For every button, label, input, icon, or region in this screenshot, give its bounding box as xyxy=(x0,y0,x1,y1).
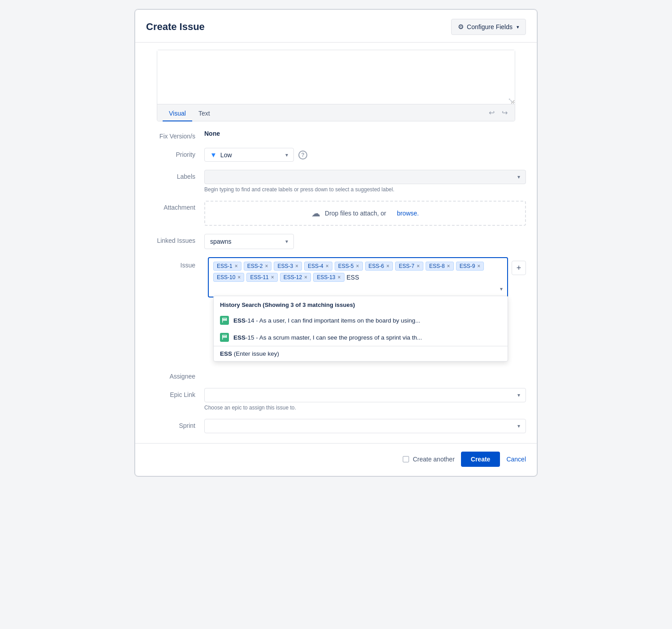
labels-label: Labels xyxy=(146,170,204,180)
attachment-browse-link[interactable]: browse. xyxy=(397,210,419,217)
priority-control: ▼ Low ▾ ? xyxy=(204,148,526,162)
issue-row-section: Issue ESS-1 ×ESS-2 ×ESS-3 ×ESS-4 ×ESS-5 … xyxy=(135,257,537,362)
issue-tag-remove[interactable]: × xyxy=(265,263,268,269)
dialog-header: Create Issue ⚙ Configure Fields ▾ xyxy=(135,10,537,43)
issue-tag-remove[interactable]: × xyxy=(447,263,450,269)
issue-tag-remove[interactable]: × xyxy=(417,263,420,269)
issues-dropdown: History Search (Showing 3 of 3 matching … xyxy=(213,296,508,362)
issue-tag-remove[interactable]: × xyxy=(237,274,241,280)
redo-button[interactable]: ↪ xyxy=(500,108,509,118)
issue-tag: ESS-6 × xyxy=(365,262,393,271)
editor-tab-actions: ↩ ↪ xyxy=(487,108,509,121)
fix-versions-label: Fix Version/s xyxy=(146,129,204,140)
epic-link-label: Epic Link xyxy=(146,388,204,398)
sprint-label: Sprint xyxy=(146,419,204,429)
dialog-footer: Create another Create Cancel xyxy=(135,443,537,476)
priority-chevron-icon: ▾ xyxy=(285,152,288,158)
editor-area: ⤡ Visual Text ↩ ↪ xyxy=(157,50,515,121)
gear-icon: ⚙ xyxy=(458,23,464,31)
labels-control: ▾ Begin typing to find and create labels… xyxy=(204,170,526,193)
priority-icon: ▼ xyxy=(210,151,217,159)
assignee-label: Assignee xyxy=(146,370,204,380)
issue-plus-button[interactable]: + xyxy=(512,261,526,275)
issue-tag-remove[interactable]: × xyxy=(386,263,389,269)
dropdown-item-enter-key[interactable]: ESS (Enter issue key) xyxy=(214,346,508,361)
cancel-button[interactable]: Cancel xyxy=(506,456,526,463)
epic-link-control: ▾ Choose an epic to assign this issue to… xyxy=(204,388,526,411)
editor-content[interactable]: ⤡ xyxy=(157,50,515,104)
tab-text[interactable]: Text xyxy=(192,107,216,121)
linked-issues-control: spawns ▾ xyxy=(204,234,526,249)
priority-label: Priority xyxy=(146,148,204,158)
sprint-control: ▾ xyxy=(204,419,526,433)
editor-tabs: Visual Text ↩ ↪ xyxy=(157,104,515,121)
dialog-body: ⤡ Visual Text ↩ ↪ Fix Version xyxy=(135,50,537,476)
priority-select[interactable]: ▼ Low ▾ xyxy=(204,148,294,162)
labels-row: Labels ▾ Begin typing to find and create… xyxy=(146,170,526,193)
help-icon[interactable]: ? xyxy=(298,151,307,159)
create-another-label: Create another xyxy=(413,456,454,463)
enter-key-text: ESS (Enter issue key) xyxy=(220,350,279,357)
issue-tag: ESS-9 × xyxy=(456,262,484,271)
issue-tag-remove[interactable]: × xyxy=(304,274,307,280)
issue-input-box[interactable]: ESS-1 ×ESS-2 ×ESS-3 ×ESS-4 ×ESS-5 ×ESS-6… xyxy=(208,257,508,297)
epic-link-row: Epic Link ▾ Choose an epic to assign thi… xyxy=(146,388,526,411)
fix-versions-value: None xyxy=(204,127,220,137)
upload-icon: ☁ xyxy=(311,208,320,219)
chevron-down-icon: ▾ xyxy=(517,24,519,30)
fix-versions-control: None xyxy=(204,129,526,138)
editor-section: ⤡ Visual Text ↩ ↪ xyxy=(135,50,537,121)
issue-tag: ESS-13 × xyxy=(313,273,344,282)
issue-tag-remove[interactable]: × xyxy=(235,263,238,269)
attachment-label: Attachment xyxy=(146,201,204,211)
labels-hint: Begin typing to find and create labels o… xyxy=(204,186,526,193)
form-section-2: Assignee Epic Link ▾ Choose an epic to a… xyxy=(135,370,537,433)
epic-badge-ess15: ⛿ xyxy=(220,333,229,342)
tab-visual[interactable]: Visual xyxy=(163,107,192,121)
sprint-chevron-icon: ▾ xyxy=(517,423,520,429)
form-section: Fix Version/s None Priority ▼ Low ▾ xyxy=(135,129,537,249)
linked-issues-row: Linked Issues spawns ▾ xyxy=(146,234,526,249)
attachment-control: ☁ Drop files to attach, or browse. xyxy=(204,201,526,226)
dialog-title: Create Issue xyxy=(146,21,205,33)
issue-tag-remove[interactable]: × xyxy=(326,263,329,269)
sprint-select[interactable]: ▾ xyxy=(204,419,526,433)
issue-tag-remove[interactable]: × xyxy=(337,274,340,280)
dropdown-item-ess14-text: ESS-14 - As a user, I can find important… xyxy=(233,317,420,324)
issue-tag: ESS-7 × xyxy=(395,262,423,271)
issue-tag: ESS-2 × xyxy=(244,262,272,271)
dropdown-item-ess15[interactable]: ⛿ ESS-15 - As a scrum master, I can see … xyxy=(214,329,508,346)
attachment-row: Attachment ☁ Drop files to attach, or br… xyxy=(146,201,526,226)
epic-link-chevron-icon: ▾ xyxy=(517,392,520,398)
configure-fields-label: Configure Fields xyxy=(467,23,513,30)
create-button[interactable]: Create xyxy=(461,452,500,467)
issue-tag-remove[interactable]: × xyxy=(356,263,359,269)
create-another-checkbox[interactable] xyxy=(403,456,409,462)
issue-tag: ESS-5 × xyxy=(335,262,363,271)
attachment-hint-text: Drop files to attach, or xyxy=(325,210,386,217)
issue-search-input[interactable] xyxy=(347,273,503,282)
attachment-dropzone[interactable]: ☁ Drop files to attach, or browse. xyxy=(204,201,526,226)
issue-tag: ESS-1 × xyxy=(213,262,241,271)
issue-label: Issue xyxy=(146,257,204,269)
dropdown-item-ess15-text: ESS-15 - As a scrum master, I can see th… xyxy=(233,334,422,341)
epic-link-hint: Choose an epic to assign this issue to. xyxy=(204,405,526,411)
configure-fields-button[interactable]: ⚙ Configure Fields ▾ xyxy=(451,19,526,35)
issue-input-row: Issue ESS-1 ×ESS-2 ×ESS-3 ×ESS-4 ×ESS-5 … xyxy=(146,257,526,297)
dropdown-item-ess14[interactable]: ⛿ ESS-14 - As a user, I can find importa… xyxy=(214,312,508,329)
issue-tag-remove[interactable]: × xyxy=(295,263,298,269)
resize-handle[interactable]: ⤡ xyxy=(508,97,513,103)
epic-link-select[interactable]: ▾ xyxy=(204,388,526,402)
issue-tag-remove[interactable]: × xyxy=(477,263,480,269)
undo-button[interactable]: ↩ xyxy=(487,108,496,118)
sprint-row: Sprint ▾ xyxy=(146,419,526,433)
labels-select[interactable]: ▾ xyxy=(204,170,526,184)
priority-select-wrap: ▼ Low ▾ ? xyxy=(204,148,526,162)
issue-tag: ESS-11 × xyxy=(246,273,277,282)
linked-issues-select[interactable]: spawns ▾ xyxy=(204,234,294,249)
priority-row: Priority ▼ Low ▾ ? xyxy=(146,148,526,162)
issue-tag-remove[interactable]: × xyxy=(271,274,274,280)
linked-issues-chevron-icon: ▾ xyxy=(285,238,288,245)
create-another-wrap[interactable]: Create another xyxy=(403,456,454,463)
issue-tag: ESS-8 × xyxy=(426,262,454,271)
